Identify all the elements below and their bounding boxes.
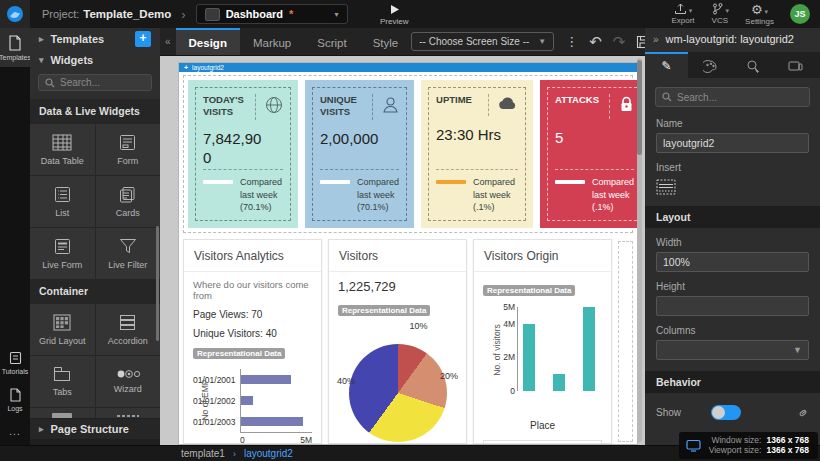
widget-data-table[interactable]: Data Table xyxy=(30,124,95,175)
columns-select[interactable]: ▼ xyxy=(656,340,809,360)
data-table-icon xyxy=(52,134,72,151)
tab-devices[interactable] xyxy=(774,52,817,78)
breadcrumb-layoutgrid2[interactable]: layoutgrid2 xyxy=(244,448,293,459)
user-avatar[interactable]: JS xyxy=(790,4,810,24)
chevron-down-icon: ▾ xyxy=(335,10,339,19)
stat-card-attacks[interactable]: ATTACKS 5 Compared last week(.1%) xyxy=(540,80,638,228)
property-search-box[interactable] xyxy=(655,87,810,107)
widget-wizard[interactable]: Wizard xyxy=(96,356,161,407)
widget-grid-clipped xyxy=(30,407,160,418)
widget-list[interactable]: List xyxy=(30,176,95,227)
stat-card-todays-visits[interactable]: TODAY'S VISITS 7,842,900 Compared last w… xyxy=(188,80,298,228)
width-field[interactable] xyxy=(656,252,809,272)
tab-markup[interactable]: Markup xyxy=(240,28,304,55)
export-button[interactable]: ▾ Export xyxy=(671,3,694,25)
insert-row-button[interactable] xyxy=(656,179,809,195)
stat-title: UNIQUE VISITS xyxy=(320,94,372,119)
widget-live-filter[interactable]: Live Filter xyxy=(96,228,161,279)
origin-table: John Doe 20 xyxy=(483,440,602,444)
app-logo[interactable] xyxy=(0,0,30,28)
widget-search-input[interactable] xyxy=(60,77,144,88)
name-field[interactable] xyxy=(656,133,809,153)
page-preview[interactable]: + layoutgrid2 TODAY'S VISITS 7,842,900 C… xyxy=(178,62,638,445)
scrollbar-thumb[interactable] xyxy=(637,60,642,155)
more-options-icon[interactable]: ⋮ xyxy=(565,34,578,49)
project-name: Project:Template_Demo xyxy=(42,8,171,20)
widget-cards[interactable]: Cards xyxy=(96,176,161,227)
bar xyxy=(523,324,535,391)
rail-more-button[interactable]: ... xyxy=(9,418,20,445)
vcs-button[interactable]: ▾ VCS xyxy=(711,3,730,25)
progress-bar xyxy=(436,180,466,184)
widget-tabs[interactable]: Tabs xyxy=(30,356,95,407)
tab-style[interactable]: Style xyxy=(360,28,412,55)
tab-styles[interactable] xyxy=(688,52,731,78)
layout-section-header[interactable]: Layout xyxy=(645,206,820,228)
widget-form[interactable]: Form xyxy=(96,124,161,175)
form-icon xyxy=(119,134,136,151)
redo-button[interactable]: ↷ xyxy=(613,34,626,49)
rail-item-tutorials[interactable]: Tutorials xyxy=(0,344,30,381)
empty-grid-column xyxy=(618,241,633,442)
widget-label: List xyxy=(55,208,69,218)
page-selector-dropdown[interactable]: Dashboard * ▾ xyxy=(196,4,348,24)
breadcrumb-template1[interactable]: template1 xyxy=(181,448,225,459)
live-filter-icon xyxy=(119,238,137,255)
canvas-scrollbar[interactable] xyxy=(637,58,642,442)
y-tick: 0 xyxy=(499,386,515,396)
panel-title: Visitors Origin xyxy=(474,240,611,272)
stat-card-unique-visits[interactable]: UNIQUE VISITS 2,00,000 Compared last wee… xyxy=(305,80,414,228)
widget-accordion[interactable]: Accordion xyxy=(96,304,161,355)
stat-card-uptime[interactable]: UPTIME 23:30 Hrs Compared last week(.1%) xyxy=(421,80,533,228)
widget-cell-partial[interactable] xyxy=(96,408,161,418)
widget-grid-layout[interactable]: Grid Layout xyxy=(30,304,95,355)
widgets-section-header[interactable]: ▾ Widgets xyxy=(30,49,160,70)
preview-button[interactable]: Preview xyxy=(380,4,408,26)
bind-property-button[interactable] xyxy=(797,407,809,419)
design-canvas[interactable]: + layoutgrid2 TODAY'S VISITS 7,842,900 C… xyxy=(160,56,645,445)
add-template-button[interactable]: + xyxy=(135,31,151,47)
export-icon xyxy=(674,3,687,15)
rail-item-logs[interactable]: Logs xyxy=(0,381,30,418)
window-size-overlay: Window size: 1366 x 768 Viewport size: 1… xyxy=(679,432,818,459)
stat-compare: Compared last week(.1%) xyxy=(473,176,518,214)
stat-value: 7,842,900 xyxy=(203,130,269,168)
tab-properties[interactable]: ✎ xyxy=(645,52,688,78)
tab-design[interactable]: Design xyxy=(176,28,240,55)
undo-button[interactable]: ↶ xyxy=(589,34,602,49)
rail-item-templates[interactable]: Templates xyxy=(0,28,30,67)
wizard-icon xyxy=(116,369,140,379)
templates-section-header[interactable]: ▸ Templates + xyxy=(30,28,160,49)
y-tick: 4M xyxy=(499,319,515,329)
pie-slice-label: 20% xyxy=(440,371,458,381)
settings-button[interactable]: ⚙▾ Settings xyxy=(745,3,774,26)
collapse-left-panel-icon[interactable]: « xyxy=(165,36,171,47)
widget-live-form[interactable]: Live Form xyxy=(30,228,95,279)
widget-search-box[interactable] xyxy=(38,74,152,91)
section-header-container: Container xyxy=(30,279,160,303)
tabs-icon xyxy=(53,366,71,382)
search-icon xyxy=(662,92,672,102)
page-structure-header[interactable]: ▸ Page Structure xyxy=(30,418,160,439)
height-field[interactable] xyxy=(656,296,809,316)
preview-label: Preview xyxy=(380,17,408,26)
panel-visitors-analytics[interactable]: Visitors Analytics Where do our visitors… xyxy=(183,239,322,444)
behavior-section-header[interactable]: Behavior xyxy=(645,371,820,393)
tab-script[interactable]: Script xyxy=(304,28,359,55)
property-search-input[interactable] xyxy=(677,92,797,103)
height-field-label: Height xyxy=(656,281,809,292)
panel-visitors-origin[interactable]: Visitors Origin Representational Data No… xyxy=(473,239,612,444)
panel-visitors[interactable]: Visitors 1,225,729 Representational Data… xyxy=(328,239,467,444)
sidebar-scrollbar[interactable] xyxy=(156,226,159,341)
visitors-total: 1,225,729 xyxy=(338,279,457,294)
selection-bar[interactable]: + layoutgrid2 xyxy=(179,63,637,72)
widget-cell-partial[interactable] xyxy=(30,408,95,418)
screen-size-dropdown[interactable]: -- Choose Screen Size -- ▼ xyxy=(411,32,554,51)
collapse-right-panel-icon[interactable]: » xyxy=(653,34,659,45)
visitors-origin-bar-chart: No. of visitors 5M 4M 2M 0 xyxy=(483,305,602,405)
tab-inspect[interactable] xyxy=(731,52,774,78)
widget-label: Cards xyxy=(116,208,140,218)
page-structure-label: Page Structure xyxy=(51,423,129,435)
hbar-row: 01/01/2002 xyxy=(193,390,312,411)
show-toggle[interactable] xyxy=(711,405,741,420)
